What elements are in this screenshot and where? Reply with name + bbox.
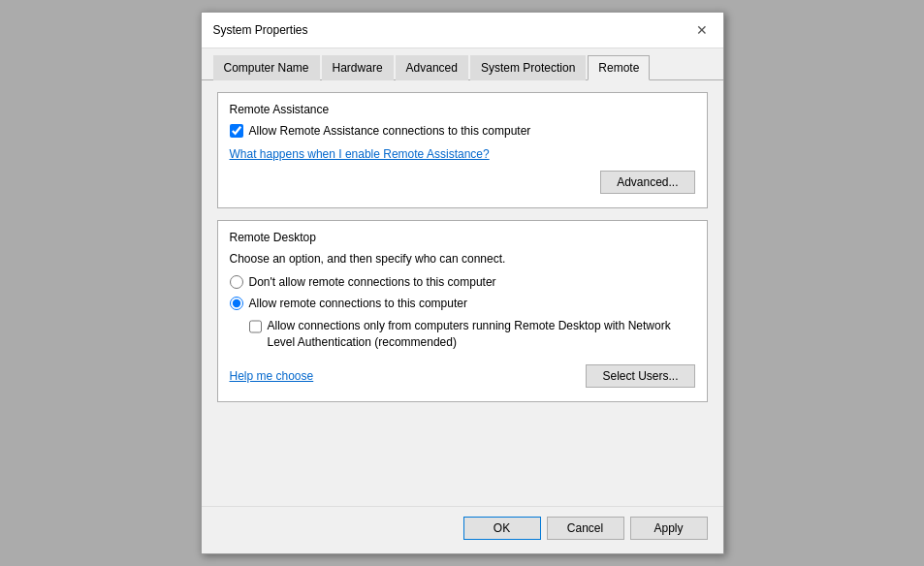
remote-desktop-description: Choose an option, and then specify who c… bbox=[230, 252, 695, 266]
radio-allow-connections-label: Allow remote connections to this compute… bbox=[249, 297, 467, 310]
ra-help-link[interactable]: What happens when I enable Remote Assist… bbox=[230, 147, 490, 161]
ok-button[interactable]: OK bbox=[463, 517, 541, 540]
tab-system-protection[interactable]: System Protection bbox=[470, 55, 586, 80]
tab-computer-name[interactable]: Computer Name bbox=[213, 55, 320, 80]
ra-advanced-button[interactable]: Advanced... bbox=[600, 171, 694, 194]
tab-remote[interactable]: Remote bbox=[588, 55, 650, 80]
tab-hardware[interactable]: Hardware bbox=[322, 55, 394, 80]
nla-row: Allow connections only from computers ru… bbox=[249, 318, 695, 351]
apply-button[interactable]: Apply bbox=[630, 517, 708, 540]
dialog-footer: OK Cancel Apply bbox=[202, 506, 723, 553]
allow-ra-label: Allow Remote Assistance connections to t… bbox=[249, 124, 531, 138]
allow-ra-checkbox[interactable] bbox=[230, 124, 243, 138]
remote-assistance-group: Remote Assistance Allow Remote Assistanc… bbox=[217, 92, 708, 208]
remote-desktop-footer: Help me choose Select Users... bbox=[230, 364, 695, 388]
remote-desktop-group: Remote Desktop Choose an option, and the… bbox=[217, 220, 708, 402]
tab-advanced[interactable]: Advanced bbox=[396, 55, 468, 80]
ra-footer: Advanced... bbox=[230, 171, 695, 194]
allow-ra-row: Allow Remote Assistance connections to t… bbox=[230, 124, 695, 138]
radio-no-connections[interactable] bbox=[230, 275, 243, 289]
dialog-title: System Properties bbox=[213, 23, 308, 37]
cancel-button[interactable]: Cancel bbox=[547, 517, 624, 540]
tab-strip: Computer Name Hardware Advanced System P… bbox=[202, 48, 723, 80]
system-properties-dialog: System Properties ✕ Computer Name Hardwa… bbox=[201, 12, 724, 554]
rd-help-link[interactable]: Help me choose bbox=[230, 369, 314, 383]
close-button[interactable]: ✕ bbox=[692, 20, 712, 40]
radio-allow-connections-row: Allow remote connections to this compute… bbox=[230, 297, 695, 310]
tab-content: Remote Assistance Allow Remote Assistanc… bbox=[202, 80, 723, 506]
nla-label: Allow connections only from computers ru… bbox=[268, 318, 695, 351]
radio-no-connections-row: Don't allow remote connections to this c… bbox=[230, 275, 695, 289]
remote-desktop-label: Remote Desktop bbox=[230, 231, 695, 244]
title-bar: System Properties ✕ bbox=[202, 13, 723, 48]
nla-checkbox[interactable] bbox=[249, 320, 262, 333]
radio-allow-connections[interactable] bbox=[230, 297, 243, 310]
radio-no-connections-label: Don't allow remote connections to this c… bbox=[249, 275, 496, 289]
remote-assistance-label: Remote Assistance bbox=[230, 103, 695, 116]
select-users-button[interactable]: Select Users... bbox=[586, 364, 694, 388]
